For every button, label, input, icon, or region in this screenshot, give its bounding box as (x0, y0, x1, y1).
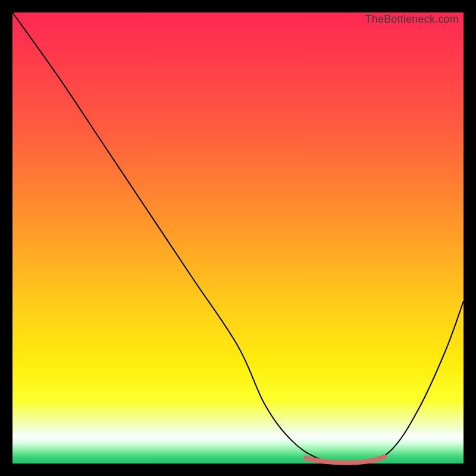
curve-layer (12, 12, 464, 464)
bottleneck-curve (12, 12, 464, 465)
plot-area: TheBottleneck.com (12, 12, 464, 464)
chart-frame: TheBottleneck.com (0, 0, 476, 476)
